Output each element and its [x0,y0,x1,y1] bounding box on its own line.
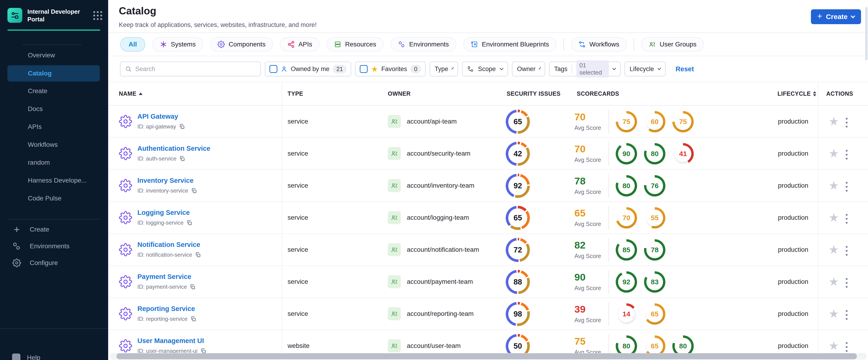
tab-resources[interactable]: Resources [327,37,384,52]
entity-type: service [287,138,308,169]
create-button[interactable]: + Create [811,9,861,24]
hexagons-icon [398,41,405,48]
sidebar-item-random[interactable]: random [0,154,108,172]
security-issues-ring: 50 [506,334,530,358]
scorecard-score: 85 [616,239,637,261]
tab-environments[interactable]: Environments [391,37,456,52]
favorites-checkbox[interactable] [360,65,368,73]
owned-by-me-checkbox[interactable] [270,65,277,73]
tab-systems[interactable]: Systems [152,37,203,52]
entity-name-link[interactable]: Authentication Service [137,145,210,152]
favorite-star-button[interactable]: ★ [829,276,839,288]
row-menu-button[interactable] [844,180,849,193]
copy-icon[interactable] [179,156,185,162]
avg-score-block: 75 Avg Score [575,336,601,356]
entity-name-link[interactable]: Notification Service [137,241,200,248]
sidebar-item-workflows[interactable]: Workflows [0,136,108,154]
sidebar-item-apis[interactable]: APIs [0,118,108,136]
copy-icon[interactable] [195,252,201,258]
favorite-star-button[interactable]: ★ [829,212,839,223]
sidebar-item-create[interactable]: Create [0,82,108,100]
avg-score-label: Avg Score [575,221,601,228]
sidebar-bottom-create[interactable]: + Create [0,221,108,238]
row-menu-button[interactable] [844,148,849,161]
copy-icon[interactable] [191,188,197,194]
favorites-label: Favorites [381,65,407,73]
row-menu-button[interactable] [844,212,849,225]
security-issues-ring: 42 [506,142,530,166]
lifecycle-dropdown[interactable]: Lifecycle [624,62,665,77]
table-row: API Gateway ID: api-gateway service acco… [108,106,868,138]
favorite-star-button[interactable]: ★ [829,340,839,352]
owner-cell: account/api-team [388,106,457,137]
owned-by-me-filter[interactable]: Owned by me 21 [265,62,351,77]
tab-workflows[interactable]: Workflows [571,37,627,52]
entity-name-link[interactable]: User Management UI [137,337,204,345]
scorecard-score: 75 [672,111,694,132]
sidebar-item-code-pulse[interactable]: Code Pulse [0,189,108,207]
owner-label: account/user-team [407,342,461,350]
copy-icon[interactable] [179,124,185,129]
lifecycle-value: production [778,106,808,137]
tab-components[interactable]: Components [210,37,273,52]
favorites-filter[interactable]: ★ Favorites 0 [355,62,426,77]
search-box [120,62,261,77]
security-issues-ring: 92 [506,174,530,198]
user-groups-icon [648,41,656,48]
search-input[interactable] [135,65,256,73]
owner-cell: account/inventory-team [388,170,474,201]
row-menu-button[interactable] [844,309,849,321]
vertical-scrollbar-thumb[interactable] [865,7,868,60]
favorites-count-badge: 0 [410,65,421,73]
row-menu-button[interactable] [844,341,849,353]
sidebar-item-help[interactable]: Help [12,354,40,360]
favorite-star-button[interactable]: ★ [829,116,839,127]
avg-score-block: 78 Avg Score [575,175,601,195]
row-menu-button[interactable] [844,245,849,257]
horizontal-scrollbar[interactable] [110,353,867,360]
sidebar-item-catalog[interactable]: Catalog [7,65,100,82]
column-header-name[interactable]: NAME [119,82,143,105]
sidebar-item-overview[interactable]: Overview [0,47,108,64]
scope-dropdown[interactable]: Scope [462,62,508,77]
entity-name-link[interactable]: Reporting Service [137,305,195,312]
apps-grid-icon[interactable] [93,11,102,20]
tab-user-groups[interactable]: User Groups [641,37,704,52]
avg-score-value: 70 [575,143,601,155]
reset-filters-link[interactable]: Reset [676,65,694,73]
tab-environment-blueprints[interactable]: Environment Blueprints [463,37,556,52]
owner-dropdown[interactable]: Owner [512,62,545,77]
favorite-star-button[interactable]: ★ [829,244,839,256]
entity-type: service [287,298,308,330]
scorecard-ring: 92 [616,271,637,293]
row-menu-button[interactable] [844,116,849,129]
tab-all[interactable]: All [120,37,145,52]
scorecards-divider [609,174,609,198]
favorite-star-button[interactable]: ★ [829,180,839,191]
favorite-star-button[interactable]: ★ [829,148,839,159]
entity-name-link[interactable]: Inventory Service [137,177,193,184]
entity-name-link[interactable]: Payment Service [137,273,191,280]
copy-icon[interactable] [186,220,192,226]
entity-kind-tabs: All Systems Components APIs Resources En… [108,33,868,56]
tab-label: Systems [171,41,196,48]
sidebar-bottom-configure[interactable]: Configure [0,254,108,271]
type-dropdown[interactable]: Type [430,62,458,77]
row-menu-button[interactable] [844,277,849,289]
entity-name-link[interactable]: API Gateway [137,113,178,120]
entity-name-link[interactable]: Logging Service [137,209,190,216]
sidebar-item-harness-developer[interactable]: Harness Develope... [0,172,108,189]
sidebar-item-docs[interactable]: Docs [0,100,108,118]
horizontal-scrollbar-thumb[interactable] [117,353,857,359]
copy-icon[interactable] [190,284,196,290]
favorite-star-button[interactable]: ★ [829,308,839,320]
tags-dropdown[interactable]: Tags 01 selected [549,62,621,77]
scorecard-ring: 14 [616,303,637,325]
brand-underline [7,30,100,31]
tab-apis[interactable]: APIs [280,37,319,52]
sidebar-bottom-environments[interactable]: Environments [0,238,108,254]
scorecard-rings: 756075 [616,111,694,132]
column-header-lifecycle[interactable]: LIFECYCLE [777,82,816,105]
lifecycle-value: production [778,138,808,169]
copy-icon[interactable] [190,316,196,322]
